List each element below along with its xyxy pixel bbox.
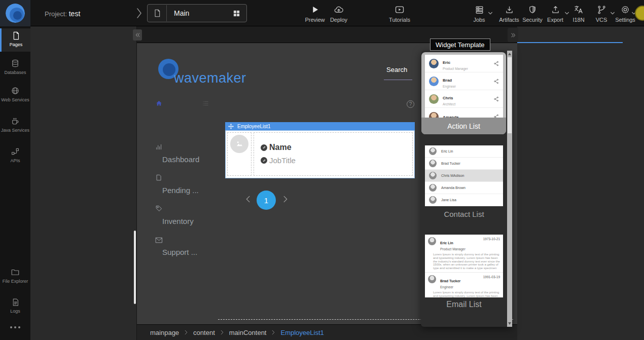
widget-template-tooltip: Widget Template [430,39,490,51]
activity-bar: Pages Databases Web Services Java Servic… [0,26,30,340]
list-item: Brad Tucker [425,158,503,170]
more-dots-icon [10,326,20,328]
upload-icon [551,4,560,15]
avatar [428,237,436,245]
download-icon [505,4,514,15]
double-chevron-right-icon [510,32,516,39]
scroll-down-icon[interactable] [508,322,511,325]
avatar [428,275,436,283]
collapse-panel-button[interactable] [133,29,142,41]
preview-button[interactable]: Preview [303,4,327,23]
list-item: Amanda Brown [425,182,503,194]
shield-icon [528,4,537,15]
list-item: ChrisArchitect [425,90,503,108]
list-item: Brad TuckerEngineer 1991-03-19 Lorem Ips… [425,273,503,297]
bound-field-icon [261,157,267,164]
sidebar-item-logs[interactable]: Logs [0,295,30,317]
avatar [429,196,437,204]
side-nav-pending[interactable]: Pending ... [155,174,216,195]
sidebar-item-apis[interactable]: APIs [0,144,30,166]
page-search-underline [384,80,412,80]
sidebar-item-pages[interactable]: Pages [0,28,30,52]
tutorials-button[interactable]: Tutorials [388,4,411,23]
template-email-list[interactable]: Eric LinProduct Manager 1973-10-21 Lorem… [425,235,503,297]
nav-item-order[interactable]: Order [202,99,232,107]
list-item-selected: Chris MAdison [425,170,503,182]
export-button[interactable]: Export [544,4,566,23]
left-panel-scrollbar[interactable] [134,231,136,304]
list-text-cell[interactable] [254,132,413,176]
list-item-title[interactable]: Name [261,143,292,152]
pages-icon [12,31,20,40]
list-item: Amanda [425,108,503,118]
avatar [429,172,437,179]
scroll-up-icon[interactable] [508,53,511,55]
properties-panel [517,26,644,340]
bar-chart-icon [155,143,163,150]
template-action-list[interactable]: EricProduct Manager BradEngineer ChrisAr… [425,55,503,118]
video-icon [395,4,405,15]
page-brand-name: wavemaker [174,70,246,86]
pagination-prev-button[interactable] [245,195,252,203]
pagination-page-button[interactable]: 1 [257,191,276,210]
nav-item-home[interactable]: Home [155,99,186,107]
double-chevron-left-icon [135,32,140,38]
share-icon [493,61,499,66]
avatar [429,184,437,192]
breadcrumb-maincontent[interactable]: mainContent [229,329,267,336]
list-item: Jane Lisa [425,194,503,206]
page-tab-label: Main [167,9,226,17]
avatar [429,147,437,155]
wavemaker-logo[interactable] [0,0,30,26]
pagination-next-button[interactable] [282,195,289,203]
popup-scrollbar[interactable] [507,51,512,327]
deploy-button[interactable]: Deploy [327,4,350,23]
sidebar-item-databases[interactable]: Databases [0,56,30,78]
project-label: Project: test [45,10,80,18]
list-item: Eric LinProduct Manager 1973-10-21 Lorem… [425,235,503,273]
list-item-subtitle[interactable]: JobTitle [261,156,296,165]
image-placeholder[interactable] [230,135,248,153]
breadcrumb-mainpage[interactable]: mainpage [150,329,179,336]
avatar [429,94,439,104]
chevron-down-icon [488,11,493,15]
chevron-right-icon [135,7,143,20]
breadcrumb-content[interactable]: content [193,329,215,336]
template-contact-list[interactable]: Eric Lin Brad Tucker Chris MAdison Amand… [425,145,503,206]
globe-icon [11,86,20,95]
tag-icon [155,205,163,212]
database-icon [11,59,20,68]
cloud-upload-icon [334,4,344,15]
gear-icon [620,4,630,15]
selected-widget-header[interactable]: EmployeeList1 [225,122,415,130]
chevron-right-icon [271,330,275,335]
move-icon [228,124,234,129]
help-icon[interactable]: ? [407,100,414,108]
grid-icon[interactable] [226,10,246,17]
page-search-label[interactable]: Search [386,66,407,73]
avatar [429,112,439,118]
vcs-button[interactable]: VCS [591,4,612,23]
side-nav-support[interactable]: Support ... [155,237,216,256]
sidebar-item-java-services[interactable]: Java Services [0,114,30,140]
breadcrumb-employeelist1[interactable]: EmployeeList1 [280,329,324,336]
side-nav-inventory[interactable]: Inventory [155,205,216,225]
chevron-right-icon [184,330,188,335]
i18n-button[interactable]: I18N [567,4,590,23]
home-icon [155,100,163,107]
side-nav-dashboard[interactable]: Dashboard [155,143,216,164]
sidebar-item-web-services[interactable]: Web Services [0,83,30,109]
scrollbar-thumb[interactable] [508,57,512,133]
translate-icon [574,4,584,15]
sidebar-item-file-explorer[interactable]: File Explorer [0,265,30,291]
expand-panel-button[interactable] [508,28,518,42]
avatar [429,160,437,167]
security-button[interactable]: Security [520,4,545,23]
sidebar-more-button[interactable] [0,323,30,335]
chevron-right-icon [220,330,224,335]
list-item: Eric Lin [425,145,503,158]
artifacts-button[interactable]: Artifacts [496,4,522,23]
share-icon [493,96,499,102]
page-tab-main[interactable]: Main [147,4,247,22]
play-icon [310,4,319,15]
